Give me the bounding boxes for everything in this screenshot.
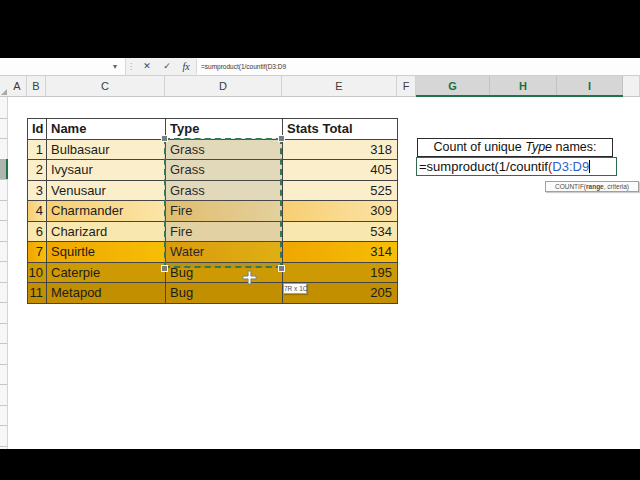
selection-handle[interactable]	[278, 135, 285, 142]
column-header-E[interactable]: E	[282, 76, 397, 96]
cell-stats[interactable]: 405	[283, 160, 398, 181]
insert-function-icon[interactable]: fx	[178, 58, 194, 75]
cell-name[interactable]: Squirtle	[47, 242, 166, 263]
row-header-tick	[0, 282, 7, 283]
row-header-strip[interactable]	[0, 97, 8, 449]
annotation-label-post: names:	[552, 140, 596, 154]
cell-name[interactable]: Charizard	[47, 222, 166, 243]
letterbox-top	[0, 0, 640, 58]
table-header-id[interactable]: Id	[28, 119, 47, 140]
cell-name[interactable]: Bulbasaur	[47, 140, 166, 161]
cell-cursor-icon	[242, 270, 257, 285]
column-header-F[interactable]: F	[397, 76, 416, 96]
row-header-tick	[0, 302, 7, 303]
row-header-tick	[0, 384, 7, 385]
cell-id[interactable]: 2	[28, 160, 47, 181]
range-selection-border	[164, 138, 282, 268]
cell-name[interactable]: Metapod	[47, 283, 166, 304]
annotation-text-box[interactable]: Count of unique Type names:	[417, 138, 613, 157]
cell-id[interactable]: 7	[28, 242, 47, 263]
formula-bar-input[interactable]: =sumproduct(1/countif(D3:D9	[197, 58, 640, 75]
tooltip-active-arg: range	[586, 183, 604, 190]
cell-stats[interactable]: 309	[283, 201, 398, 222]
cell-name[interactable]: Caterpie	[47, 263, 166, 284]
row-header-tick	[0, 364, 7, 365]
annotation-label-pre: Count of unique	[433, 140, 525, 154]
selection-handle[interactable]	[278, 265, 285, 272]
row-header-tick	[0, 138, 7, 139]
column-header-I[interactable]: I	[557, 76, 623, 96]
letterbox-bottom	[0, 449, 640, 480]
cell-stats[interactable]: 534	[283, 222, 398, 243]
formula-bar-separator-icon: ⋮	[127, 58, 135, 75]
active-row-header[interactable]	[0, 159, 8, 180]
column-headers: ABCDEFGHI	[0, 76, 640, 97]
sheet-area[interactable]: IdNameTypeStats Total1BulbasaurGrass3182…	[0, 97, 640, 449]
cell-id[interactable]: 11	[28, 283, 47, 304]
row-header-tick	[0, 343, 7, 344]
cancel-icon[interactable]: ✕	[139, 58, 155, 75]
tooltip-fn-name: COUNTIF(	[555, 183, 586, 190]
cell-id[interactable]: 10	[28, 263, 47, 284]
row-header-tick	[0, 261, 7, 262]
column-header-C[interactable]: C	[46, 76, 165, 96]
row-header-tick	[0, 425, 7, 426]
column-header-partial[interactable]	[623, 76, 640, 96]
cell-name[interactable]: Ivysaur	[47, 160, 166, 181]
column-header-A[interactable]: A	[8, 76, 27, 96]
cell-id[interactable]: 4	[28, 201, 47, 222]
annotation-label-italic: Type	[525, 140, 552, 154]
select-all-corner-icon[interactable]	[1, 89, 7, 95]
column-header-B[interactable]: B	[27, 76, 46, 96]
excel-video-frame: ▾ ⋮ ✕ ✓ fx =sumproduct(1/countif(D3:D9 A…	[0, 0, 640, 480]
cell-stats[interactable]: 525	[283, 181, 398, 202]
column-header-D[interactable]: D	[165, 76, 282, 96]
tooltip-rest: , criteria)	[604, 183, 629, 190]
name-box-dropdown-icon[interactable]: ▾	[108, 58, 122, 75]
selection-handle[interactable]	[161, 135, 168, 142]
table-header-type[interactable]: Type	[166, 119, 283, 140]
cell-stats[interactable]: 318	[283, 140, 398, 161]
cell-id[interactable]: 1	[28, 140, 47, 161]
cell-id[interactable]: 6	[28, 222, 47, 243]
row-header-tick	[0, 323, 7, 324]
row-header-tick	[0, 179, 7, 180]
row-header-tick	[0, 241, 7, 242]
formula-text-main: =sumproduct(1/countif	[419, 159, 548, 174]
row-header-tick	[0, 220, 7, 221]
selection-handle[interactable]	[161, 265, 168, 272]
cell-name[interactable]: Venusaur	[47, 181, 166, 202]
row-header-tick	[0, 446, 7, 447]
cell-stats[interactable]: 195	[283, 263, 398, 284]
table-header-stats-total[interactable]: Stats Total	[283, 119, 398, 140]
row-header-tick	[0, 200, 7, 201]
text-caret	[589, 160, 590, 173]
cell-stats[interactable]: 314	[283, 242, 398, 263]
formula-bar: ▾ ⋮ ✕ ✓ fx =sumproduct(1/countif(D3:D9	[0, 58, 640, 76]
row-header-tick	[0, 405, 7, 406]
cell-name[interactable]: Charmander	[47, 201, 166, 222]
cell-type[interactable]: Bug	[166, 283, 283, 304]
function-syntax-tooltip: COUNTIF(range, criteria)	[545, 181, 639, 192]
cell-id[interactable]: 3	[28, 181, 47, 202]
range-size-tooltip: 7R x 1C	[283, 283, 307, 294]
enter-icon[interactable]: ✓	[159, 58, 175, 75]
column-header-G[interactable]: G	[416, 76, 490, 96]
table-header-name[interactable]: Name	[47, 119, 166, 140]
formula-text-range-ref: D3:D9	[552, 159, 589, 174]
row-header-tick	[0, 118, 7, 119]
editing-cell-formula[interactable]: =sumproduct(1/countif(D3:D9	[416, 157, 617, 176]
column-header-H[interactable]: H	[490, 76, 557, 96]
